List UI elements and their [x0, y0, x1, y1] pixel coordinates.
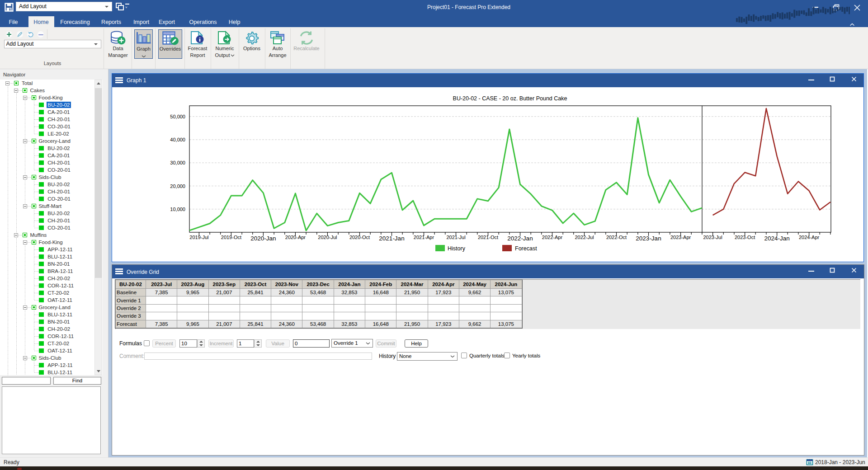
svg-text:BU-20-02 - CASE - 20 oz. Butte: BU-20-02 - CASE - 20 oz. Butter Pound Ca…	[453, 95, 567, 102]
svg-text:2020-Apr: 2020-Apr	[285, 235, 306, 240]
svg-text:10,000: 10,000	[170, 207, 185, 212]
svg-text:2023-Oct: 2023-Oct	[735, 235, 755, 240]
svg-text:30,000: 30,000	[170, 160, 185, 165]
svg-text:2022-Jul: 2022-Jul	[575, 235, 594, 240]
svg-text:2023-Jul: 2023-Jul	[703, 235, 722, 240]
svg-text:2020-Oct: 2020-Oct	[349, 235, 370, 240]
svg-text:2020-Jul: 2020-Jul	[318, 235, 337, 240]
svg-text:Forecast: Forecast	[515, 245, 537, 252]
svg-text:2024-Jan: 2024-Jan	[764, 235, 789, 242]
svg-text:2024-Apr: 2024-Apr	[799, 235, 820, 240]
svg-text:2023-Jan: 2023-Jan	[636, 235, 661, 242]
svg-text:2022-Oct: 2022-Oct	[606, 235, 627, 240]
svg-text:20,000: 20,000	[170, 183, 185, 189]
svg-text:2021-Oct: 2021-Oct	[478, 235, 498, 240]
svg-text:50,000: 50,000	[170, 114, 185, 119]
svg-text:2021-Apr: 2021-Apr	[414, 235, 434, 240]
svg-text:2021-Jan: 2021-Jan	[379, 235, 404, 242]
svg-text:2021-Jul: 2021-Jul	[446, 235, 465, 240]
svg-text:2023-Apr: 2023-Apr	[670, 235, 691, 240]
svg-text:40,000: 40,000	[170, 137, 185, 142]
svg-text:2019-Oct: 2019-Oct	[221, 235, 241, 240]
svg-text:2022-Apr: 2022-Apr	[542, 235, 563, 240]
svg-text:History: History	[448, 245, 466, 252]
svg-text:2019-Jul: 2019-Jul	[189, 235, 208, 240]
svg-text:2020-Jan: 2020-Jan	[250, 235, 276, 242]
svg-text:2022-Jan: 2022-Jan	[507, 235, 533, 242]
